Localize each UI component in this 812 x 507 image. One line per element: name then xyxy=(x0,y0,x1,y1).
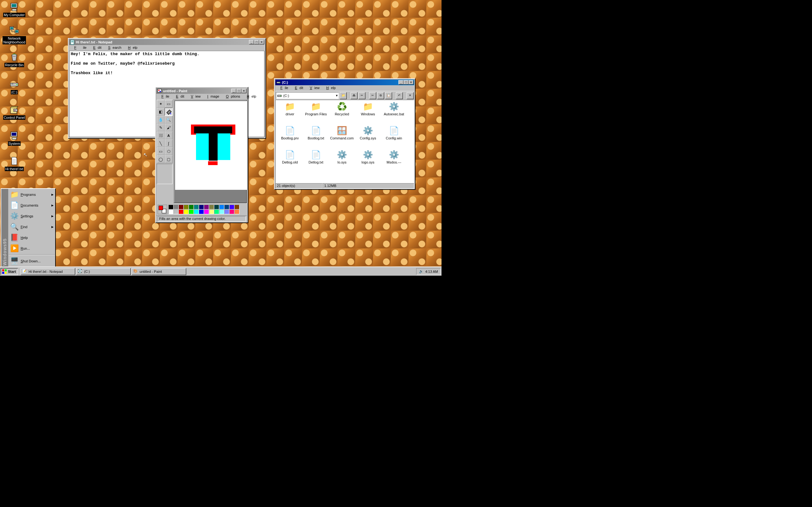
desktop[interactable]: My Computer Network Neighborhood Recycle… xyxy=(0,0,442,276)
paint-toolbox[interactable]: ✴ ▭ ◧ 💧 🔍 ✎ 🖌 ⛆ A ╲ ∫ ▭ ⬠ ◯ ▢ xyxy=(156,100,173,204)
start-menu[interactable]: Windows95 📁Programs▶📄Documents▶⚙️Setting… xyxy=(1,188,56,268)
tool-fill[interactable] xyxy=(165,108,172,116)
start-menu-item-help[interactable]: 📕Help xyxy=(9,232,55,243)
explorer-file-pane[interactable]: 📁driver📁Program Files♻️Recycled📁Windows⚙… xyxy=(275,100,414,183)
menu-edit[interactable]: Edit xyxy=(171,94,187,100)
tool-curve[interactable]: ∫ xyxy=(165,139,172,147)
taskbar[interactable]: Start 📝Hi there!.txt - Notepad💽(C:)🎨unti… xyxy=(0,267,442,276)
cut-button[interactable]: ✂ xyxy=(369,92,376,99)
color-swatch[interactable] xyxy=(235,210,240,214)
start-menu-item-find[interactable]: 🔍Find▶ xyxy=(9,222,55,232)
taskbar-button[interactable]: 🎨untitled - Paint xyxy=(132,268,186,275)
close-button[interactable]: ✕ xyxy=(241,89,247,93)
address-dropdown[interactable]: (C:) ▾ xyxy=(276,92,339,99)
color-swatch[interactable] xyxy=(204,210,209,214)
file-item[interactable]: 📄Bootlog.txt xyxy=(303,125,329,150)
menu-view[interactable]: View xyxy=(187,94,203,100)
file-item[interactable]: ⚙️Io.sys xyxy=(329,150,355,174)
tool-line[interactable]: ╲ xyxy=(157,139,165,147)
maximize-button[interactable]: □ xyxy=(403,80,409,84)
color-swatch[interactable] xyxy=(209,210,214,214)
tool-polygon[interactable]: ⬠ xyxy=(165,147,172,155)
file-item[interactable]: 🪟Command.com xyxy=(329,125,355,150)
file-item[interactable]: 📁Windows xyxy=(355,101,381,125)
menu-file[interactable]: File xyxy=(276,85,291,91)
file-item[interactable]: 📁driver xyxy=(277,101,303,125)
color-swatch[interactable] xyxy=(184,210,189,214)
menu-help[interactable]: Help xyxy=(124,45,140,51)
color-swatch[interactable] xyxy=(224,205,229,210)
color-swatch[interactable] xyxy=(199,210,204,214)
maximize-button[interactable]: □ xyxy=(254,40,259,44)
file-item[interactable]: 📄Config.win xyxy=(381,125,407,150)
file-item[interactable]: 📄Bootlog.prv xyxy=(277,125,303,150)
menu-edit[interactable]: Edit xyxy=(89,45,104,51)
paint-titlebar[interactable]: untitled - Paint _ □ ✕ xyxy=(156,88,247,94)
system-tray[interactable]: 🔊 4:13 AM xyxy=(416,268,441,275)
color-swatch[interactable] xyxy=(214,210,219,214)
start-menu-item-settings[interactable]: ⚙️Settings▶ xyxy=(9,211,55,222)
tool-text[interactable]: A xyxy=(165,131,172,139)
explorer-titlebar[interactable]: (C:) _ □ ✕ xyxy=(275,79,414,85)
color-swatch[interactable] xyxy=(173,205,179,210)
paint-canvas-area[interactable] xyxy=(173,100,247,204)
file-item[interactable]: ⚙️Msdos.--- xyxy=(381,150,407,174)
menu-file[interactable]: File xyxy=(70,45,89,51)
file-item[interactable]: 📄Detlog.txt xyxy=(303,150,329,174)
paint-menubar[interactable]: File Edit View Image Options Help xyxy=(156,94,247,100)
task-buttons[interactable]: 📝Hi there!.txt - Notepad💽(C:)🎨untitled -… xyxy=(20,268,186,275)
color-swatch[interactable] xyxy=(224,210,229,214)
color-swatch[interactable] xyxy=(229,205,235,210)
tool-airbrush[interactable]: ⛆ xyxy=(157,131,165,139)
up-one-level-button[interactable]: 📁 xyxy=(340,92,347,99)
start-menu-item-shutdown[interactable]: 🖥️Shut Down... xyxy=(9,256,55,267)
taskbar-button[interactable]: 💽(C:) xyxy=(76,268,131,275)
color-swatch[interactable] xyxy=(179,205,184,210)
file-item[interactable]: ⚙️Config.sys xyxy=(355,125,381,150)
minimize-button[interactable]: _ xyxy=(398,80,403,84)
delete-button[interactable]: ✕ xyxy=(407,92,414,99)
desktop-icon-hi-there[interactable]: Hi there!.txt xyxy=(3,156,26,171)
menu-view[interactable]: View xyxy=(305,85,322,91)
file-item[interactable]: 📁Program Files xyxy=(303,101,329,125)
chevron-down-icon[interactable]: ▾ xyxy=(336,94,338,98)
paint-canvas[interactable] xyxy=(175,101,247,190)
color-swatch[interactable] xyxy=(173,210,179,214)
explorer-toolbar[interactable]: (C:) ▾ 📁 🖧 ✂ ✂ ⧉ 📋 ↶ ✕ xyxy=(275,91,414,100)
tool-free-select[interactable]: ✴ xyxy=(157,100,165,108)
copy-button[interactable]: ⧉ xyxy=(377,92,384,99)
menu-help[interactable]: Help xyxy=(242,94,258,100)
paint-fg-bg-indicator[interactable] xyxy=(158,205,167,214)
start-menu-item-run[interactable]: ▶️Run... xyxy=(9,243,55,254)
close-button[interactable]: ✕ xyxy=(259,40,264,44)
taskbar-button[interactable]: 📝Hi there!.txt - Notepad xyxy=(20,268,75,275)
color-swatch[interactable] xyxy=(194,205,199,210)
menu-options[interactable]: Options xyxy=(221,94,242,100)
file-item[interactable]: ⚙️logo.sys xyxy=(355,150,381,174)
maximize-button[interactable]: □ xyxy=(236,89,241,93)
color-swatch[interactable] xyxy=(168,205,173,210)
start-menu-items[interactable]: 📁Programs▶📄Documents▶⚙️Settings▶🔍Find▶📕H… xyxy=(8,189,55,267)
desktop-icon-recycle-bin[interactable]: Recycle Bin xyxy=(3,52,26,67)
menu-image[interactable]: Image xyxy=(203,94,222,100)
tray-volume-icon[interactable]: 🔊 xyxy=(419,269,423,274)
tool-eraser[interactable]: ◧ xyxy=(157,108,165,116)
file-item[interactable]: 📄Detlog.old xyxy=(277,150,303,174)
color-swatch[interactable] xyxy=(235,205,240,210)
paint-palette[interactable] xyxy=(168,205,240,214)
tool-ellipse[interactable]: ◯ xyxy=(157,155,165,163)
tool-pencil[interactable]: ✎ xyxy=(157,124,165,131)
disconnect-drive-button[interactable]: ✂ xyxy=(358,92,365,99)
menu-edit[interactable]: Edit xyxy=(291,85,305,91)
color-swatch[interactable] xyxy=(199,205,204,210)
desktop-icon-network[interactable]: Network Neighborhood xyxy=(3,25,26,44)
tool-rectangle[interactable]: ▭ xyxy=(157,147,165,155)
paste-button[interactable]: 📋 xyxy=(385,92,392,99)
notepad-menubar[interactable]: File Edit Search Help xyxy=(69,45,265,51)
close-button[interactable]: ✕ xyxy=(409,80,414,84)
color-swatch[interactable] xyxy=(209,205,214,210)
desktop-icon-my-computer[interactable]: My Computer xyxy=(3,2,26,17)
tool-zoom[interactable]: 🔍 xyxy=(165,116,172,124)
tool-brush[interactable]: 🖌 xyxy=(165,124,172,131)
start-button[interactable]: Start xyxy=(1,268,18,275)
